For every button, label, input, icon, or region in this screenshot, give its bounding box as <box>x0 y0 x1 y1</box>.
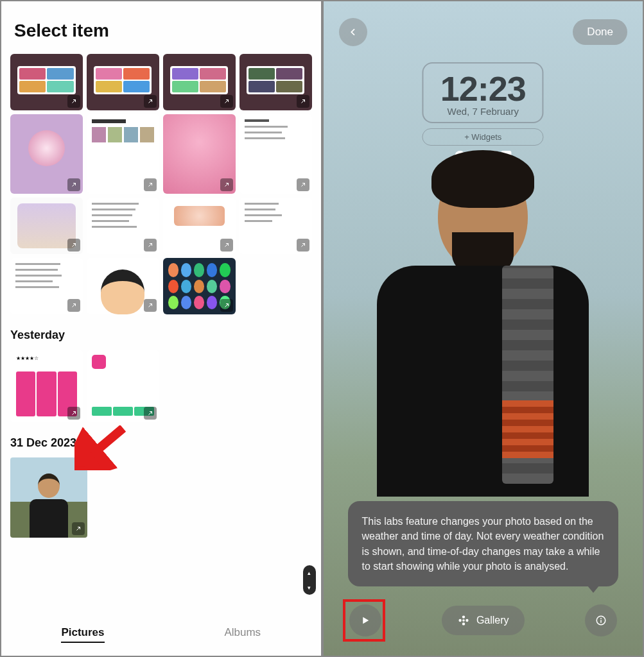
expand-icon <box>144 407 157 420</box>
tab-albums[interactable]: Albums <box>224 626 261 643</box>
annotation-arrow <box>74 425 132 470</box>
screenshot-thumbnail[interactable] <box>163 114 236 194</box>
screenshot-thumbnail[interactable] <box>163 54 236 110</box>
svg-point-6 <box>600 618 602 619</box>
done-button[interactable]: Done <box>573 19 627 45</box>
bottom-tabs: Pictures Albums <box>1 616 321 656</box>
expand-icon <box>297 95 309 108</box>
gallery-picker-screen: Select item <box>1 1 321 656</box>
wallpaper-photo-subject <box>361 162 605 508</box>
svg-point-1 <box>462 615 465 618</box>
screenshot-thumbnail[interactable] <box>163 198 236 254</box>
screenshot-thumbnail[interactable] <box>10 54 83 110</box>
expand-icon <box>72 522 85 535</box>
svg-point-2 <box>462 622 465 625</box>
svg-point-0 <box>462 619 465 622</box>
info-button[interactable] <box>585 604 617 636</box>
expand-icon <box>297 239 309 252</box>
svg-rect-7 <box>600 620 602 623</box>
expand-icon <box>220 239 233 252</box>
expand-icon <box>297 178 309 191</box>
screenshot-thumbnail[interactable] <box>10 258 83 314</box>
screenshot-thumbnail[interactable] <box>239 198 312 254</box>
labs-feature-tooltip: This labs feature changes your photo bas… <box>348 501 619 586</box>
expand-icon <box>144 178 157 191</box>
gallery-label: Gallery <box>476 615 509 626</box>
screenshot-thumbnail[interactable] <box>87 54 159 110</box>
expand-icon <box>67 95 80 108</box>
chevron-left-icon <box>348 27 358 37</box>
expand-icon <box>220 299 233 312</box>
gallery-button[interactable]: Gallery <box>442 606 525 635</box>
clock-date: Wed, 7 February <box>440 106 526 117</box>
section-heading-dec31: 31 Dec 2023 <box>10 436 312 450</box>
expand-icon <box>67 407 80 420</box>
screenshot-thumbnail[interactable] <box>10 198 83 254</box>
lockscreen-editor-screen: Done 12:23 Wed, 7 February + Widgets Thi… <box>324 1 643 656</box>
chevron-down-icon: ▾ <box>308 584 311 591</box>
chevron-up-icon: ▴ <box>308 570 311 576</box>
clock-widget-stack: 12:23 Wed, 7 February + Widgets <box>422 62 544 161</box>
screenshot-thumbnail[interactable] <box>87 114 159 194</box>
page-title: Select item <box>1 1 321 54</box>
expand-icon <box>67 178 80 191</box>
screenshot-thumbnail[interactable] <box>87 258 159 314</box>
screenshot-thumbnail[interactable] <box>239 114 312 194</box>
expand-icon <box>67 239 80 252</box>
screenshot-thumbnail[interactable] <box>10 114 83 194</box>
svg-point-4 <box>466 619 468 622</box>
expand-icon <box>144 299 157 312</box>
expand-icon <box>220 178 233 191</box>
scroll-indicator[interactable]: ▴ ▾ <box>303 565 316 595</box>
screenshot-thumbnail[interactable] <box>163 258 236 314</box>
flower-icon <box>457 614 470 627</box>
add-widgets-button[interactable]: + Widgets <box>422 128 544 146</box>
screenshot-thumbnail[interactable] <box>87 350 159 422</box>
thumbnail-grid[interactable]: Yesterday ★★★★☆ 31 Dec 2023 <box>1 54 321 616</box>
expand-icon <box>144 95 157 108</box>
tab-pictures[interactable]: Pictures <box>61 626 104 643</box>
expand-icon <box>67 299 80 312</box>
clock-time: 12:23 <box>440 69 526 108</box>
back-button[interactable] <box>339 18 367 46</box>
screenshot-thumbnail[interactable] <box>239 54 312 110</box>
info-icon <box>595 615 607 626</box>
expand-icon <box>144 239 157 252</box>
clock-widget[interactable]: 12:23 Wed, 7 February <box>422 62 544 123</box>
screenshot-thumbnail[interactable]: ★★★★☆ <box>10 350 83 422</box>
expand-icon <box>220 95 233 108</box>
svg-point-3 <box>458 619 461 622</box>
annotation-red-box <box>343 599 385 642</box>
section-heading-yesterday: Yesterday <box>10 328 312 342</box>
screenshot-thumbnail[interactable] <box>87 198 159 254</box>
